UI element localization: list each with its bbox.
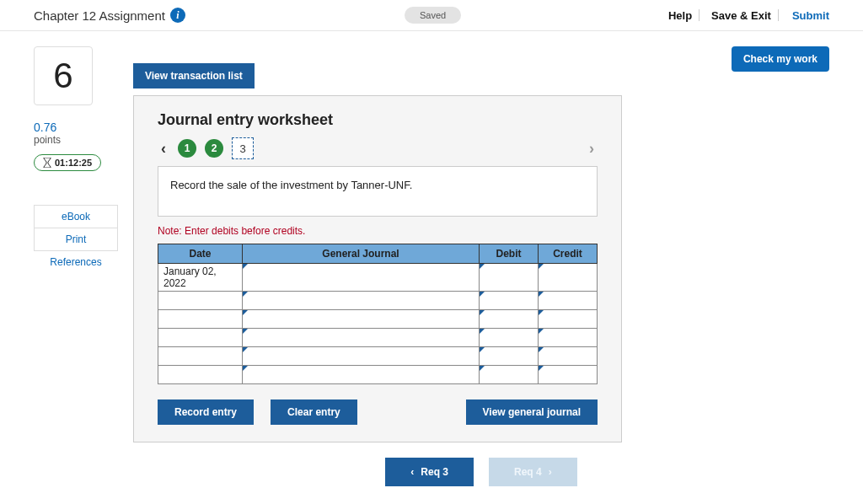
sidebar: 6 0.76 points 01:12:25 eBook Print Refer…: [34, 46, 118, 491]
journal-table: Date General Journal Debit Credit Januar…: [158, 244, 598, 384]
divider: [778, 9, 779, 21]
dropdown-indicator-icon: [243, 347, 248, 352]
worksheet-panel: Journal entry worksheet ‹ 1 2 3 › Record…: [133, 95, 622, 442]
ebook-link[interactable]: eBook: [34, 205, 118, 228]
table-row: [158, 329, 598, 347]
cell-gj[interactable]: [243, 329, 480, 347]
print-link[interactable]: Print: [34, 228, 118, 251]
chevron-left-icon: ‹: [410, 466, 414, 478]
cell-credit[interactable]: [539, 264, 598, 292]
cell-date[interactable]: January 02, 2022: [158, 264, 243, 292]
dropdown-indicator-icon: [539, 310, 544, 315]
saved-badge: Saved: [405, 7, 461, 24]
dropdown-indicator-icon: [539, 292, 544, 297]
next-req-label: Req 4: [514, 466, 542, 478]
cell-gj[interactable]: [243, 292, 480, 310]
clear-entry-button[interactable]: Clear entry: [271, 399, 357, 425]
dropdown-indicator-icon: [539, 347, 544, 352]
cell-debit[interactable]: [480, 264, 539, 292]
dropdown-indicator-icon: [243, 329, 248, 334]
dropdown-indicator-icon: [480, 292, 485, 297]
step-3-current[interactable]: 3: [232, 137, 254, 159]
worksheet-title: Journal entry worksheet: [158, 111, 598, 129]
dropdown-indicator-icon: [480, 347, 485, 352]
cell-debit[interactable]: [480, 310, 539, 329]
view-transaction-list-button[interactable]: View transaction list: [133, 63, 255, 88]
cell-gj[interactable]: [243, 347, 480, 366]
cell-credit[interactable]: [539, 292, 598, 310]
prev-req-label: Req 3: [421, 466, 448, 478]
table-row: [158, 366, 598, 384]
dropdown-indicator-icon: [243, 264, 248, 269]
save-exit-link[interactable]: Save & Exit: [711, 9, 771, 22]
help-link[interactable]: Help: [668, 9, 692, 22]
cell-date[interactable]: [158, 366, 243, 384]
cell-credit[interactable]: [539, 347, 598, 366]
cell-credit[interactable]: [539, 310, 598, 329]
note-text: Note: Enter debits before credits.: [158, 225, 598, 237]
timer-badge: 01:12:25: [34, 154, 101, 171]
dropdown-indicator-icon: [539, 264, 544, 269]
col-header-date: Date: [158, 244, 243, 264]
cell-credit[interactable]: [539, 366, 598, 384]
dropdown-indicator-icon: [480, 329, 485, 334]
requirement-nav: ‹ Req 3 Req 4 ›: [133, 458, 829, 486]
points-value: 0.76: [34, 121, 118, 134]
cell-debit[interactable]: [480, 329, 539, 347]
view-general-journal-button[interactable]: View general journal: [466, 399, 598, 425]
main-content: Check my work View transaction list Jour…: [133, 46, 829, 491]
chevron-right-icon: ›: [549, 466, 552, 478]
cell-debit[interactable]: [480, 366, 539, 384]
table-row: [158, 292, 598, 310]
next-req-button: Req 4 ›: [489, 458, 577, 486]
divider: [699, 9, 700, 21]
cell-date[interactable]: [158, 310, 243, 329]
dropdown-indicator-icon: [539, 329, 544, 334]
chevron-left-icon[interactable]: ‹: [158, 140, 169, 158]
cell-date[interactable]: [158, 347, 243, 366]
cell-date[interactable]: [158, 329, 243, 347]
step-1[interactable]: 1: [178, 139, 196, 158]
table-row: [158, 310, 598, 329]
cell-gj[interactable]: [243, 264, 480, 292]
dropdown-indicator-icon: [243, 310, 248, 315]
col-header-debit: Debit: [480, 244, 539, 264]
assignment-title: Chapter 12 Assignment: [34, 8, 165, 23]
check-my-work-button[interactable]: Check my work: [732, 46, 829, 72]
dropdown-indicator-icon: [243, 366, 248, 371]
col-header-general-journal: General Journal: [243, 244, 480, 264]
info-icon[interactable]: i: [170, 8, 185, 23]
dropdown-indicator-icon: [480, 310, 485, 315]
step-nav: ‹ 1 2 3 ›: [158, 137, 598, 159]
question-number-box: 6: [34, 46, 93, 105]
references-link[interactable]: References: [34, 251, 118, 273]
col-header-credit: Credit: [539, 244, 598, 264]
cell-credit[interactable]: [539, 329, 598, 347]
timer-value: 01:12:25: [55, 158, 92, 168]
instruction-box: Record the sale of the investment by Tan…: [158, 166, 598, 217]
chevron-right-icon[interactable]: ›: [586, 140, 598, 158]
cell-date[interactable]: [158, 292, 243, 310]
table-row: January 02, 2022: [158, 264, 598, 292]
points-label: points: [34, 134, 118, 146]
hourglass-icon: [43, 158, 51, 168]
record-entry-button[interactable]: Record entry: [158, 399, 254, 425]
dropdown-indicator-icon: [480, 366, 485, 371]
table-row: [158, 347, 598, 366]
step-2[interactable]: 2: [205, 139, 223, 158]
dropdown-indicator-icon: [243, 292, 248, 297]
dropdown-indicator-icon: [539, 366, 544, 371]
cell-debit[interactable]: [480, 292, 539, 310]
dropdown-indicator-icon: [480, 264, 485, 269]
top-bar: Chapter 12 Assignment i Saved Help Save …: [0, 0, 863, 31]
cell-debit[interactable]: [480, 347, 539, 366]
submit-link[interactable]: Submit: [792, 9, 829, 22]
cell-gj[interactable]: [243, 366, 480, 384]
cell-gj[interactable]: [243, 310, 480, 329]
prev-req-button[interactable]: ‹ Req 3: [385, 458, 474, 486]
